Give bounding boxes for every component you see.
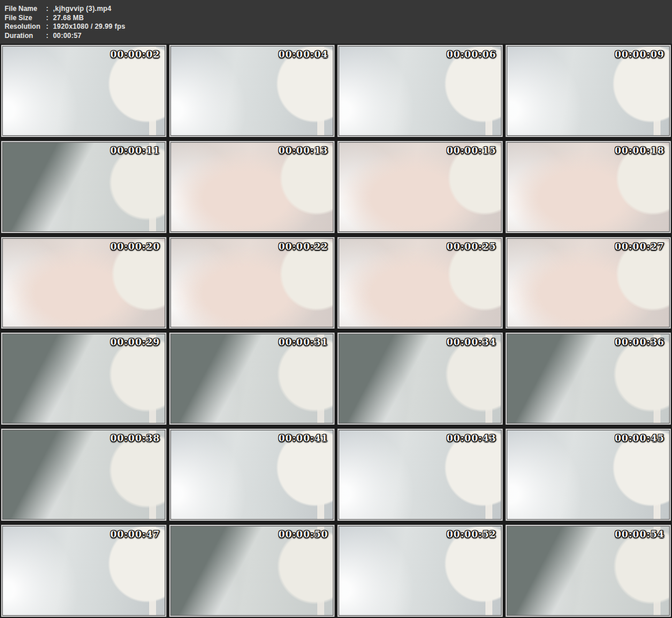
meta-label: Duration <box>5 32 46 41</box>
frame-timestamp: 00:00:45 <box>614 433 665 444</box>
frame-timestamp: 00:00:41 <box>278 433 328 444</box>
video-frame-thumbnail: 00:00:25 <box>337 237 503 329</box>
thumbnail-grid: 00:00:02 00:00:04 00:00:06 00:00:09 00:0… <box>0 44 672 618</box>
video-frame-thumbnail: 00:00:29 <box>1 333 166 425</box>
frame-image-placeholder <box>171 430 333 519</box>
frame-image-placeholder <box>339 430 501 519</box>
video-frame-thumbnail: 00:00:43 <box>337 429 503 521</box>
video-frame-thumbnail: 00:00:47 <box>1 525 166 617</box>
video-frame-thumbnail: 00:00:13 <box>169 141 335 233</box>
frame-image-placeholder <box>507 430 669 519</box>
frame-timestamp: 00:00:54 <box>614 529 665 540</box>
video-frame-thumbnail: 00:00:54 <box>506 525 671 617</box>
video-frame-thumbnail: 00:00:22 <box>169 237 335 329</box>
meta-value: 00:00:57 <box>53 32 82 40</box>
frame-timestamp: 00:00:31 <box>278 337 328 348</box>
frame-timestamp: 00:00:04 <box>278 49 328 60</box>
meta-label: File Name <box>5 5 46 14</box>
frame-image-placeholder <box>507 47 669 135</box>
meta-label: File Size <box>5 14 46 23</box>
frame-timestamp: 00:00:50 <box>278 529 328 540</box>
video-frame-thumbnail: 00:00:18 <box>506 141 671 233</box>
frame-timestamp: 00:00:09 <box>614 49 665 60</box>
frame-image-placeholder <box>339 527 501 615</box>
video-frame-thumbnail: 00:00:11 <box>1 141 166 233</box>
video-frame-thumbnail: 00:00:52 <box>337 525 503 617</box>
video-frame-thumbnail: 00:00:36 <box>506 333 671 425</box>
frame-image-placeholder <box>3 527 165 615</box>
frame-image-placeholder <box>171 47 333 135</box>
video-frame-thumbnail: 00:00:27 <box>506 237 671 329</box>
frame-timestamp: 00:00:47 <box>110 529 160 540</box>
frame-timestamp: 00:00:25 <box>446 241 496 252</box>
frame-image-placeholder <box>339 334 501 423</box>
meta-row: File Name:,kjhgvvip (3).mp4 <box>5 5 672 14</box>
frame-timestamp: 00:00:27 <box>614 241 665 252</box>
video-frame-thumbnail: 00:00:50 <box>169 525 335 617</box>
meta-value: 27.68 MB <box>53 14 84 22</box>
frame-timestamp: 00:00:13 <box>278 145 328 156</box>
frame-timestamp: 00:00:43 <box>446 433 496 444</box>
meta-row: File Size:27.68 MB <box>5 14 672 23</box>
frame-timestamp: 00:00:20 <box>110 241 160 252</box>
frame-timestamp: 00:00:15 <box>446 145 496 156</box>
meta-separator: : <box>46 14 53 23</box>
video-frame-thumbnail: 00:00:06 <box>337 45 503 137</box>
meta-separator: : <box>46 22 53 32</box>
meta-row: Duration:00:00:57 <box>5 32 672 41</box>
video-frame-thumbnail: 00:00:20 <box>1 237 166 329</box>
frame-timestamp: 00:00:36 <box>614 337 665 348</box>
video-frame-thumbnail: 00:00:09 <box>506 45 671 137</box>
meta-value: 1920x1080 / 29.99 fps <box>53 22 126 30</box>
frame-timestamp: 00:00:22 <box>278 241 328 252</box>
frame-timestamp: 00:00:11 <box>110 145 160 156</box>
frame-image-placeholder <box>171 334 333 423</box>
video-frame-thumbnail: 00:00:04 <box>169 45 335 137</box>
frame-timestamp: 00:00:18 <box>614 145 665 156</box>
frame-image-placeholder <box>3 47 165 135</box>
video-frame-thumbnail: 00:00:02 <box>1 45 166 137</box>
video-frame-thumbnail: 00:00:41 <box>169 429 335 521</box>
frame-image-placeholder <box>3 430 165 519</box>
frame-timestamp: 00:00:38 <box>110 433 160 444</box>
meta-row: Resolution:1920x1080 / 29.99 fps <box>5 22 672 32</box>
video-frame-thumbnail: 00:00:38 <box>1 429 166 521</box>
meta-label: Resolution <box>5 22 46 32</box>
frame-image-placeholder <box>507 527 669 615</box>
video-frame-thumbnail: 00:00:34 <box>337 333 503 425</box>
frame-timestamp: 00:00:29 <box>110 337 160 348</box>
meta-separator: : <box>46 5 53 14</box>
frame-timestamp: 00:00:02 <box>110 49 160 60</box>
video-frame-thumbnail: 00:00:15 <box>337 141 503 233</box>
frame-image-placeholder <box>171 527 333 615</box>
metadata-panel: File Name:,kjhgvvip (3).mp4 File Size:27… <box>0 0 672 44</box>
frame-timestamp: 00:00:34 <box>446 337 496 348</box>
video-frame-thumbnail: 00:00:31 <box>169 333 335 425</box>
frame-timestamp: 00:00:06 <box>446 49 496 60</box>
meta-separator: : <box>46 32 53 41</box>
frame-image-placeholder <box>3 334 165 423</box>
frame-image-placeholder <box>339 47 501 135</box>
video-frame-thumbnail: 00:00:45 <box>506 429 671 521</box>
frame-timestamp: 00:00:52 <box>446 529 496 540</box>
meta-value: ,kjhgvvip (3).mp4 <box>53 5 111 13</box>
frame-image-placeholder <box>507 334 669 423</box>
